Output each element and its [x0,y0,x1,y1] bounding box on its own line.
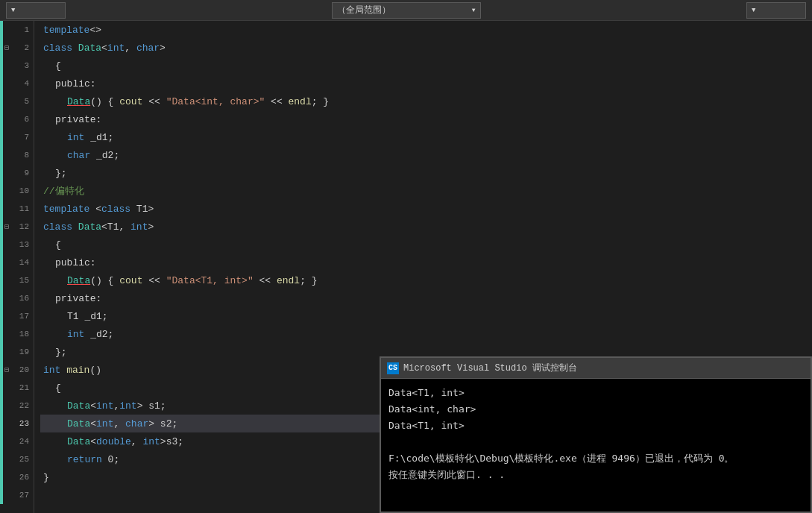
console-output-2: Data<int, char> [388,401,803,418]
line-num-2: ⊟2 [3,39,34,57]
line-num-13: 13 [3,236,34,254]
code-line-11: template <class T1> [40,200,812,218]
code-line-13: { [40,236,812,254]
line-num-3: 3 [3,57,34,75]
line-num-25: 25 [3,450,34,468]
line-num-19: 19 [3,343,34,361]
vs-icon-label: CS [388,364,397,372]
code-line-16: private: [40,289,812,307]
editor-container: 1 ⊟2 3 4 5 6 7 8 9 10 11 ⊟12 13 14 15 16… [0,21,812,513]
line-numbers: 1 ⊟2 3 4 5 6 7 8 9 10 11 ⊟12 13 14 15 16… [3,21,34,513]
code-line-18: int _d2; [40,325,812,343]
line-num-14: 14 [3,254,34,271]
code-line-6: private: [40,110,812,128]
code-line-12: class Data<T1, int> [40,218,812,236]
scope-arrow-right: ▼ [752,7,755,14]
code-line-9: }; [40,164,812,182]
console-titlebar: CS Microsoft Visual Studio 调试控制台 [381,358,811,379]
console-blank [388,434,803,450]
line-num-17: 17 [3,307,34,325]
code-line-1: template<> [40,21,812,39]
code-line-15: Data() { cout << "Data<T1, int>" << endl… [40,271,812,289]
line-num-16: 16 [3,289,34,307]
line-num-22: 22 [3,397,34,415]
console-output-3: Data<T1, int> [388,418,803,434]
line-num-23: 23 [3,415,34,432]
code-line-4: public: [40,75,812,92]
code-line-5: Data() { cout << "Data<int, char>" << en… [40,92,812,110]
line-num-1: 1 [3,21,34,39]
line-num-5: 5 [3,92,34,110]
line-num-9: 9 [3,164,34,182]
toolbar-center: （全局范围） ▼ [332,2,481,19]
line-num-10: 10 [3,182,34,200]
scope-dropdown-right[interactable]: ▼ [746,2,806,19]
fold-icon-2[interactable]: ⊟ [4,43,9,52]
line-num-6: 6 [3,110,34,128]
code-line-17: T1 _d1; [40,307,812,325]
scope-arrow: ▼ [472,7,476,13]
token-kw: template [43,25,89,36]
scope-arrow-left: ▼ [11,7,15,14]
line-num-11: 11 [3,200,34,218]
console-body: Data<T1, int> Data<int, char> Data<T1, i… [381,379,811,512]
line-num-8: 8 [3,146,34,164]
line-num-18: 18 [3,325,34,343]
console-window: CS Microsoft Visual Studio 调试控制台 Data<T1… [380,356,812,513]
console-title: Microsoft Visual Studio 调试控制台 [403,362,577,374]
scope-label: （全局范围） [337,4,391,16]
code-line-14: public: [40,254,812,271]
fold-icon-12[interactable]: ⊟ [4,222,9,231]
line-num-15: 15 [3,271,34,289]
vs-icon: CS [387,362,399,374]
code-line-7: int _d1; [40,128,812,146]
line-num-20: ⊟20 [3,361,34,379]
line-num-21: 21 [3,379,34,397]
line-num-27: 27 [3,486,34,504]
line-num-4: 4 [3,75,34,92]
code-line-10: //偏特化 [40,182,812,200]
code-line-3: { [40,57,812,75]
code-line-2: class Data<int, char> [40,39,812,57]
line-num-24: 24 [3,432,34,450]
console-path: F:\code\模板特化\Debug\模板特化.exe（进程 9496）已退出，… [388,450,803,467]
console-close-hint: 按任意键关闭此窗口. . . [388,467,803,483]
line-num-7: 7 [3,128,34,146]
scope-dropdown-main[interactable]: （全局范围） ▼ [332,2,481,19]
console-output-1: Data<T1, int> [388,385,803,401]
code-line-8: char _d2; [40,146,812,164]
line-num-12: ⊟12 [3,218,34,236]
scope-dropdown-left[interactable]: ▼ [6,2,66,19]
fold-icon-20[interactable]: ⊟ [4,365,9,374]
toolbar: ▼ （全局范围） ▼ ▼ [0,0,812,21]
line-num-26: 26 [3,468,34,486]
